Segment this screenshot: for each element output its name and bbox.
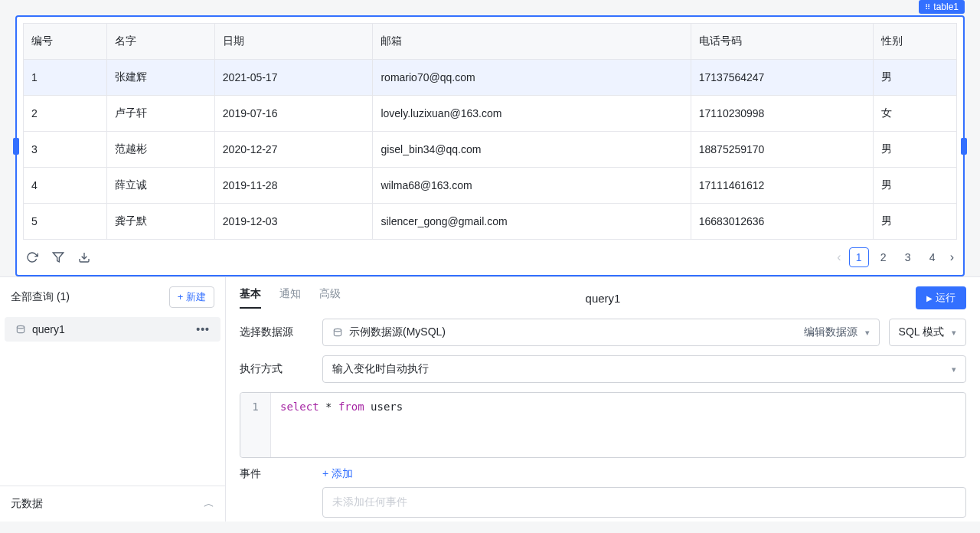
page-prev-icon[interactable]: ‹ [837, 250, 841, 264]
table-cell: 2019-11-28 [214, 168, 373, 204]
component-badge[interactable]: table1 [919, 0, 965, 14]
table-cell: 2021-05-17 [214, 60, 373, 96]
table-cell: 16683012636 [691, 204, 873, 240]
table-cell: 薛立诚 [107, 168, 215, 204]
table-cell: lovely.luzixuan@163.com [373, 96, 691, 132]
table-cell: 5 [24, 204, 107, 240]
resize-handle-left[interactable] [13, 138, 19, 155]
query-menu-icon[interactable]: ••• [196, 323, 210, 335]
query-title: query1 [586, 292, 621, 305]
new-query-button[interactable]: + 新建 [169, 286, 214, 308]
chevron-up-icon: ︿ [204, 497, 214, 511]
table-cell: 2019-12-03 [214, 204, 373, 240]
table-cell: 男 [873, 168, 956, 204]
table-row[interactable]: 3范越彬2020-12-27gisel_bin34@qq.com18875259… [24, 132, 957, 168]
query-name: query1 [32, 323, 65, 335]
data-table: 编号名字日期邮箱电话号码性别 1张建辉2021-05-17romario70@q… [23, 23, 957, 240]
filter-icon[interactable] [52, 251, 64, 263]
table-cell: 18875259170 [691, 132, 873, 168]
sql-mode-select[interactable]: SQL 模式 ▾ [889, 319, 966, 346]
query-list-item[interactable]: query1 ••• [5, 317, 220, 342]
resize-handle-right[interactable] [961, 138, 967, 155]
tab-basic[interactable]: 基本 [240, 287, 261, 309]
column-header[interactable]: 电话号码 [691, 24, 873, 60]
table-cell: 17137564247 [691, 60, 873, 96]
page-button[interactable]: 1 [849, 247, 869, 267]
table-cell: 男 [873, 204, 956, 240]
table-cell: 卢子轩 [107, 96, 215, 132]
table-cell: 张建辉 [107, 60, 215, 96]
chevron-down-icon: ▾ [952, 328, 956, 338]
svg-marker-0 [53, 253, 63, 262]
table-cell: 2 [24, 96, 107, 132]
table-row[interactable]: 2卢子轩2019-07-16lovely.luzixuan@163.com171… [24, 96, 957, 132]
queries-title: 全部查询 (1) [11, 290, 70, 304]
tab-advanced[interactable]: 高级 [319, 287, 341, 309]
table-cell: 2019-07-16 [214, 96, 373, 132]
table-cell: 4 [24, 168, 107, 204]
database-icon [332, 327, 343, 338]
page-button[interactable]: 4 [923, 247, 942, 267]
column-header[interactable]: 名字 [107, 24, 215, 60]
chevron-down-icon: ▾ [865, 328, 870, 338]
table-cell: 龚子默 [107, 204, 215, 240]
table-row[interactable]: 5龚子默2019-12-03silencer_gong@gmail.com166… [24, 204, 957, 240]
pagination: ‹ 1234 › [837, 247, 954, 267]
exec-mode-select[interactable]: 输入变化时自动执行 ▾ [322, 355, 966, 383]
table-cell: 3 [24, 132, 107, 168]
metadata-toggle[interactable]: 元数据 ︿ [0, 486, 225, 522]
table-cell: 范越彬 [107, 132, 215, 168]
table-row[interactable]: 4薛立诚2019-11-28wilma68@163.com17111461612… [24, 168, 957, 204]
column-header[interactable]: 编号 [24, 24, 107, 60]
table-cell: wilma68@163.com [373, 168, 691, 204]
table-cell: 男 [873, 132, 956, 168]
line-number: 1 [240, 393, 271, 457]
query-icon [15, 324, 26, 335]
column-header[interactable]: 性别 [873, 24, 956, 60]
events-label: 事件 [240, 467, 313, 481]
column-header[interactable]: 日期 [214, 24, 373, 60]
page-button[interactable]: 3 [898, 247, 918, 267]
chevron-down-icon: ▾ [952, 365, 956, 374]
column-header[interactable]: 邮箱 [373, 24, 691, 60]
table-cell: gisel_bin34@qq.com [373, 132, 691, 168]
refresh-icon[interactable] [26, 251, 38, 263]
table-cell: 2020-12-27 [214, 132, 373, 168]
table-row[interactable]: 1张建辉2021-05-17romario70@qq.com1713756424… [24, 60, 957, 96]
exec-mode-label: 执行方式 [240, 362, 313, 376]
table-cell: 17110230998 [691, 96, 873, 132]
add-event-button[interactable]: + 添加 [322, 467, 966, 481]
datasource-label: 选择数据源 [240, 325, 313, 339]
table-cell: silencer_gong@gmail.com [373, 204, 691, 240]
table-cell: 1 [24, 60, 107, 96]
events-empty-placeholder: 未添加任何事件 [322, 487, 966, 518]
table-cell: romario70@qq.com [373, 60, 691, 96]
tab-notify[interactable]: 通知 [279, 287, 301, 309]
table-cell: 女 [873, 96, 956, 132]
datasource-select[interactable]: 示例数据源(MySQL) 编辑数据源 ▾ [322, 319, 880, 346]
page-button[interactable]: 2 [874, 247, 893, 267]
page-next-icon[interactable]: › [950, 250, 954, 264]
sql-content: select * from users [271, 393, 412, 457]
sql-editor[interactable]: 1 select * from users [240, 392, 966, 458]
download-icon[interactable] [78, 251, 90, 263]
run-button[interactable]: 运行 [916, 286, 966, 309]
table-component[interactable]: 编号名字日期邮箱电话号码性别 1张建辉2021-05-17romario70@q… [15, 15, 965, 276]
table-cell: 17111461612 [691, 168, 873, 204]
table-cell: 男 [873, 60, 956, 96]
